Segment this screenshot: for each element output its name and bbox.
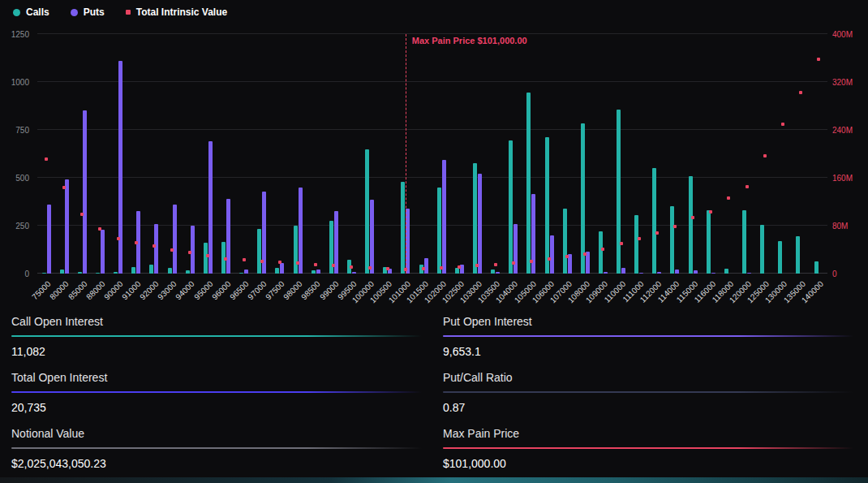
put-bar [711, 273, 715, 274]
strike-group: 80000 [55, 34, 73, 274]
strike-group: 88000 [91, 34, 109, 274]
call-bar [742, 210, 746, 274]
intrinsic-value-marker [422, 267, 425, 270]
x-axis-label: 94000 [174, 279, 196, 301]
call-bar [491, 270, 495, 274]
x-axis-label: 95000 [192, 279, 214, 301]
strike-group: 108000 [576, 34, 594, 274]
strike-group: 125000 [756, 34, 774, 274]
stat-label: Max Pain Price [443, 427, 853, 440]
strike-group: 96500 [235, 34, 253, 274]
stat-max-pain-price: Max Pain Price$101,000.00 [443, 427, 853, 470]
stats-grid: Call Open Interest11,082Put Open Interes… [0, 308, 868, 470]
stat-value: 11,082 [11, 345, 422, 358]
put-bar [442, 160, 446, 274]
stat-put-open-interest: Put Open Interest9,653.1 [443, 315, 853, 358]
call-bar [581, 123, 585, 274]
intrinsic-value-marker [350, 265, 353, 269]
put-bar [154, 224, 158, 274]
legend-item-total-intrinsic-value[interactable]: Total Intrinsic Value [126, 6, 227, 18]
call-bar [437, 188, 441, 274]
put-bar [639, 273, 643, 274]
x-axis-label: 91000 [120, 279, 142, 301]
intrinsic-value-marker [727, 196, 730, 200]
intrinsic-value-marker [296, 261, 299, 265]
put-bar [478, 174, 482, 274]
stat-underline [443, 391, 853, 393]
right-axis-labels: 080M160M240M320M400M [829, 34, 868, 274]
intrinsic-value-marker [278, 261, 281, 264]
put-bar [513, 224, 518, 274]
intrinsic-value-marker [673, 225, 677, 228]
put-bar [550, 235, 554, 274]
strike-group: 101500 [415, 34, 432, 274]
strike-group: 120000 [737, 34, 755, 274]
left-axis-tick: 750 [15, 126, 29, 135]
right-axis-tick: 0 [832, 270, 837, 278]
call-bar [707, 210, 711, 274]
call-bar [455, 268, 459, 274]
put-bar [675, 270, 679, 274]
strike-group: 100000 [361, 34, 379, 274]
strike-group: 98000 [289, 34, 307, 274]
strike-group: 115000 [684, 34, 702, 274]
intrinsic-value-marker [583, 252, 587, 256]
intrinsic-value-marker [170, 248, 174, 252]
right-axis-tick: 320M [832, 78, 853, 87]
stat-value: $2,025,043,050.23 [11, 457, 422, 470]
stat-underline [443, 335, 853, 337]
stat-put-call-ratio: Put/Call Ratio0.87 [443, 371, 853, 414]
stat-total-open-interest: Total Open Interest20,735 [11, 371, 422, 414]
strike-group: 100500 [379, 34, 397, 274]
intrinsic-value-marker [368, 266, 372, 270]
intrinsic-value-marker [512, 261, 515, 265]
intrinsic-value-marker [494, 263, 497, 266]
strike-group: 135000 [792, 34, 810, 274]
call-bar [239, 273, 243, 274]
call-bar [42, 273, 46, 274]
intrinsic-value-marker [799, 91, 802, 94]
call-bar [652, 168, 656, 274]
call-bar [778, 241, 782, 274]
stat-underline [443, 447, 853, 449]
strike-group: 140000 [810, 34, 827, 274]
call-bar [257, 229, 261, 274]
call-bar [312, 270, 316, 274]
call-bar [724, 269, 728, 274]
intrinsic-value-marker [691, 216, 694, 219]
intrinsic-value-marker [620, 242, 623, 245]
x-axis-label: 97500 [264, 279, 286, 301]
strike-group: 114000 [666, 34, 684, 274]
left-axis-tick: 0 [24, 270, 29, 278]
left-axis-labels: 025050075010001250 [0, 34, 34, 274]
put-bar [173, 205, 177, 274]
intrinsic-value-marker [45, 157, 48, 161]
intrinsic-value-marker [117, 237, 120, 240]
put-bar [244, 270, 248, 274]
legend-item-calls[interactable]: Calls [13, 6, 49, 18]
strike-group: 103000 [468, 34, 486, 274]
call-bar [96, 273, 100, 274]
strike-group: 97500 [271, 34, 289, 274]
intrinsic-value-marker [98, 227, 101, 231]
intrinsic-value-marker [781, 123, 784, 126]
put-bar [352, 272, 356, 274]
call-bar [599, 231, 603, 274]
intrinsic-value-marker [601, 248, 604, 251]
call-bar [131, 267, 135, 274]
strike-group: 102000 [432, 34, 450, 274]
intrinsic-value-marker [763, 154, 767, 157]
call-bar [509, 140, 513, 274]
intrinsic-value-marker [548, 257, 551, 261]
strike-group: 94000 [181, 34, 199, 274]
call-bar [186, 270, 190, 274]
intrinsic-value-marker [314, 263, 317, 266]
put-bar [747, 273, 751, 274]
chart-zoom-scrollbar[interactable] [0, 477, 868, 483]
plot-area: 7500080000850008800090000910009200093000… [37, 34, 827, 274]
put-bar [370, 200, 374, 274]
strike-group: 95000 [199, 34, 217, 274]
legend-item-puts[interactable]: Puts [71, 6, 105, 18]
intrinsic-value-marker [188, 251, 191, 254]
intrinsic-value-marker [565, 255, 569, 258]
